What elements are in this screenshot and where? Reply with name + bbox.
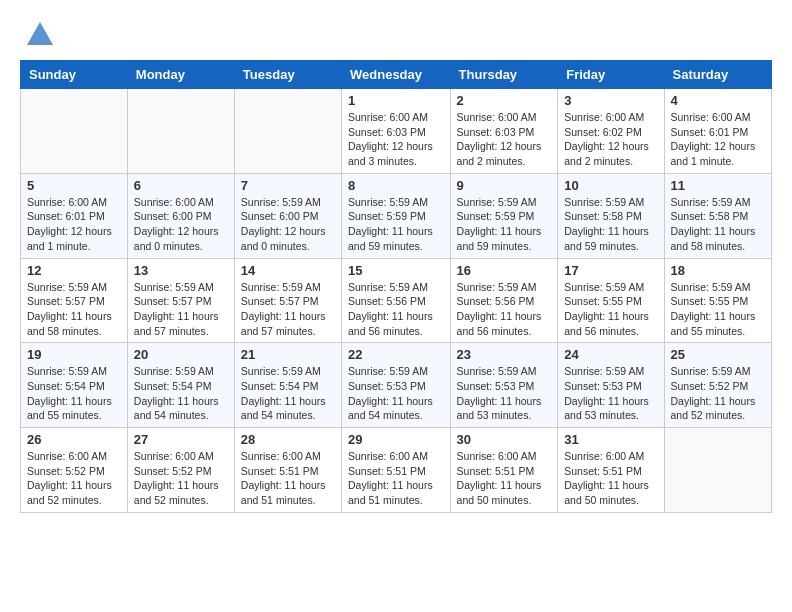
day-number: 27	[134, 432, 228, 447]
day-number: 22	[348, 347, 444, 362]
day-number: 25	[671, 347, 765, 362]
day-info: Sunrise: 5:59 AM Sunset: 5:58 PM Dayligh…	[564, 195, 657, 254]
calendar-day-21: 21Sunrise: 5:59 AM Sunset: 5:54 PM Dayli…	[234, 343, 341, 428]
calendar-day-3: 3Sunrise: 6:00 AM Sunset: 6:02 PM Daylig…	[558, 89, 664, 174]
day-number: 14	[241, 263, 335, 278]
calendar-week-2: 5Sunrise: 6:00 AM Sunset: 6:01 PM Daylig…	[21, 173, 772, 258]
day-info: Sunrise: 5:59 AM Sunset: 5:58 PM Dayligh…	[671, 195, 765, 254]
calendar-day-19: 19Sunrise: 5:59 AM Sunset: 5:54 PM Dayli…	[21, 343, 128, 428]
calendar-day-16: 16Sunrise: 5:59 AM Sunset: 5:56 PM Dayli…	[450, 258, 558, 343]
day-number: 28	[241, 432, 335, 447]
calendar-day-10: 10Sunrise: 5:59 AM Sunset: 5:58 PM Dayli…	[558, 173, 664, 258]
calendar-day-31: 31Sunrise: 6:00 AM Sunset: 5:51 PM Dayli…	[558, 428, 664, 513]
day-info: Sunrise: 6:00 AM Sunset: 6:00 PM Dayligh…	[134, 195, 228, 254]
day-info: Sunrise: 6:00 AM Sunset: 5:51 PM Dayligh…	[348, 449, 444, 508]
day-info: Sunrise: 5:59 AM Sunset: 5:59 PM Dayligh…	[348, 195, 444, 254]
day-number: 7	[241, 178, 335, 193]
calendar-day-12: 12Sunrise: 5:59 AM Sunset: 5:57 PM Dayli…	[21, 258, 128, 343]
calendar-day-6: 6Sunrise: 6:00 AM Sunset: 6:00 PM Daylig…	[127, 173, 234, 258]
calendar-week-1: 1Sunrise: 6:00 AM Sunset: 6:03 PM Daylig…	[21, 89, 772, 174]
calendar-day-30: 30Sunrise: 6:00 AM Sunset: 5:51 PM Dayli…	[450, 428, 558, 513]
calendar-day-20: 20Sunrise: 5:59 AM Sunset: 5:54 PM Dayli…	[127, 343, 234, 428]
day-number: 23	[457, 347, 552, 362]
calendar-day-8: 8Sunrise: 5:59 AM Sunset: 5:59 PM Daylig…	[342, 173, 451, 258]
page-header	[20, 20, 772, 50]
day-header-wednesday: Wednesday	[342, 61, 451, 89]
day-info: Sunrise: 5:59 AM Sunset: 5:53 PM Dayligh…	[348, 364, 444, 423]
day-info: Sunrise: 6:00 AM Sunset: 6:02 PM Dayligh…	[564, 110, 657, 169]
logo	[20, 20, 55, 50]
day-info: Sunrise: 5:59 AM Sunset: 5:57 PM Dayligh…	[241, 280, 335, 339]
day-info: Sunrise: 5:59 AM Sunset: 5:57 PM Dayligh…	[27, 280, 121, 339]
day-number: 19	[27, 347, 121, 362]
day-info: Sunrise: 6:00 AM Sunset: 5:52 PM Dayligh…	[134, 449, 228, 508]
day-number: 26	[27, 432, 121, 447]
day-header-saturday: Saturday	[664, 61, 771, 89]
calendar-day-15: 15Sunrise: 5:59 AM Sunset: 5:56 PM Dayli…	[342, 258, 451, 343]
calendar-day-24: 24Sunrise: 5:59 AM Sunset: 5:53 PM Dayli…	[558, 343, 664, 428]
day-header-thursday: Thursday	[450, 61, 558, 89]
day-info: Sunrise: 6:00 AM Sunset: 5:51 PM Dayligh…	[564, 449, 657, 508]
day-number: 6	[134, 178, 228, 193]
day-number: 21	[241, 347, 335, 362]
day-info: Sunrise: 5:59 AM Sunset: 6:00 PM Dayligh…	[241, 195, 335, 254]
day-number: 30	[457, 432, 552, 447]
day-info: Sunrise: 6:00 AM Sunset: 6:01 PM Dayligh…	[671, 110, 765, 169]
day-info: Sunrise: 5:59 AM Sunset: 5:52 PM Dayligh…	[671, 364, 765, 423]
calendar-day-5: 5Sunrise: 6:00 AM Sunset: 6:01 PM Daylig…	[21, 173, 128, 258]
calendar-day-9: 9Sunrise: 5:59 AM Sunset: 5:59 PM Daylig…	[450, 173, 558, 258]
day-info: Sunrise: 5:59 AM Sunset: 5:55 PM Dayligh…	[671, 280, 765, 339]
day-number: 15	[348, 263, 444, 278]
calendar-day-1: 1Sunrise: 6:00 AM Sunset: 6:03 PM Daylig…	[342, 89, 451, 174]
calendar-day-29: 29Sunrise: 6:00 AM Sunset: 5:51 PM Dayli…	[342, 428, 451, 513]
day-info: Sunrise: 6:00 AM Sunset: 5:52 PM Dayligh…	[27, 449, 121, 508]
day-number: 5	[27, 178, 121, 193]
calendar-day-17: 17Sunrise: 5:59 AM Sunset: 5:55 PM Dayli…	[558, 258, 664, 343]
calendar-day-7: 7Sunrise: 5:59 AM Sunset: 6:00 PM Daylig…	[234, 173, 341, 258]
calendar-day-empty	[234, 89, 341, 174]
calendar-day-14: 14Sunrise: 5:59 AM Sunset: 5:57 PM Dayli…	[234, 258, 341, 343]
day-number: 1	[348, 93, 444, 108]
day-info: Sunrise: 5:59 AM Sunset: 5:53 PM Dayligh…	[457, 364, 552, 423]
day-info: Sunrise: 6:00 AM Sunset: 5:51 PM Dayligh…	[241, 449, 335, 508]
calendar-table: SundayMondayTuesdayWednesdayThursdayFrid…	[20, 60, 772, 513]
calendar-day-4: 4Sunrise: 6:00 AM Sunset: 6:01 PM Daylig…	[664, 89, 771, 174]
day-info: Sunrise: 5:59 AM Sunset: 5:59 PM Dayligh…	[457, 195, 552, 254]
day-number: 8	[348, 178, 444, 193]
logo-icon	[25, 20, 55, 50]
day-info: Sunrise: 5:59 AM Sunset: 5:54 PM Dayligh…	[134, 364, 228, 423]
day-number: 2	[457, 93, 552, 108]
day-number: 13	[134, 263, 228, 278]
calendar-week-5: 26Sunrise: 6:00 AM Sunset: 5:52 PM Dayli…	[21, 428, 772, 513]
day-info: Sunrise: 5:59 AM Sunset: 5:55 PM Dayligh…	[564, 280, 657, 339]
calendar-week-3: 12Sunrise: 5:59 AM Sunset: 5:57 PM Dayli…	[21, 258, 772, 343]
day-info: Sunrise: 5:59 AM Sunset: 5:54 PM Dayligh…	[27, 364, 121, 423]
day-number: 18	[671, 263, 765, 278]
calendar-day-empty	[664, 428, 771, 513]
day-info: Sunrise: 6:00 AM Sunset: 5:51 PM Dayligh…	[457, 449, 552, 508]
day-number: 29	[348, 432, 444, 447]
day-info: Sunrise: 5:59 AM Sunset: 5:53 PM Dayligh…	[564, 364, 657, 423]
calendar-day-empty	[127, 89, 234, 174]
day-info: Sunrise: 5:59 AM Sunset: 5:54 PM Dayligh…	[241, 364, 335, 423]
day-number: 3	[564, 93, 657, 108]
day-number: 20	[134, 347, 228, 362]
svg-marker-0	[27, 22, 53, 45]
calendar-day-28: 28Sunrise: 6:00 AM Sunset: 5:51 PM Dayli…	[234, 428, 341, 513]
calendar-day-23: 23Sunrise: 5:59 AM Sunset: 5:53 PM Dayli…	[450, 343, 558, 428]
day-number: 12	[27, 263, 121, 278]
day-number: 11	[671, 178, 765, 193]
day-number: 9	[457, 178, 552, 193]
day-number: 17	[564, 263, 657, 278]
calendar-day-26: 26Sunrise: 6:00 AM Sunset: 5:52 PM Dayli…	[21, 428, 128, 513]
day-header-monday: Monday	[127, 61, 234, 89]
calendar-header-row: SundayMondayTuesdayWednesdayThursdayFrid…	[21, 61, 772, 89]
calendar-day-25: 25Sunrise: 5:59 AM Sunset: 5:52 PM Dayli…	[664, 343, 771, 428]
calendar-day-22: 22Sunrise: 5:59 AM Sunset: 5:53 PM Dayli…	[342, 343, 451, 428]
calendar-week-4: 19Sunrise: 5:59 AM Sunset: 5:54 PM Dayli…	[21, 343, 772, 428]
day-header-friday: Friday	[558, 61, 664, 89]
day-info: Sunrise: 6:00 AM Sunset: 6:03 PM Dayligh…	[348, 110, 444, 169]
day-header-tuesday: Tuesday	[234, 61, 341, 89]
calendar-day-2: 2Sunrise: 6:00 AM Sunset: 6:03 PM Daylig…	[450, 89, 558, 174]
day-header-sunday: Sunday	[21, 61, 128, 89]
